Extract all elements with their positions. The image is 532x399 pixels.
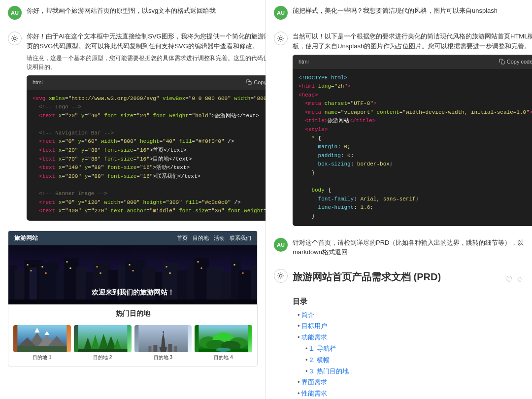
svg-point-78: [279, 37, 282, 39]
svg-rect-42: [201, 267, 202, 269]
user-message-2: AU 能把样式，美化一些吗？我想要简洁现代的风格，图片可以来自unsplash: [266, 0, 532, 26]
svg-rect-67: [168, 344, 172, 352]
prd-like-button[interactable]: ♡: [504, 274, 513, 285]
travel-banner-bg: 欢迎来到我们的旅游网站！: [8, 245, 257, 304]
travel-dest-4[interactable]: 目的地 4: [195, 325, 252, 361]
prd-document: 旅游网站首页产品需求文档 (PRD) ♡ ♢ 目录 简介 目标用户 功能需求 1…: [293, 269, 524, 399]
ai-avatar-1: [8, 32, 22, 45]
dest-label-2: 目的地 2: [74, 354, 132, 361]
travel-dest-grid: 目的地 1: [8, 323, 257, 366]
travel-section-title: 热门目的地: [8, 304, 257, 323]
travel-preview: 旅游网站 首页 目的地 活动 联系我们: [8, 231, 258, 366]
svg-rect-45: [8, 299, 257, 304]
user-avatar-2: AU: [274, 6, 288, 20]
prd-dislike-button[interactable]: ♢: [515, 274, 524, 285]
svg-rect-31: [42, 266, 43, 267]
code-header-1: html Copy code: [27, 75, 266, 90]
toc-item-hotdest[interactable]: 3. 热门目的地: [305, 366, 524, 377]
toc-item-nav[interactable]: 1. 导航栏: [305, 344, 524, 354]
ai-text-2: 当然可以！以下是一个根据您的要求进行美化的简洁现代风格的旅游网站首页HTML模板…: [293, 32, 532, 51]
dest-label-3: 目的地 3: [134, 354, 192, 361]
travel-navbar: 旅游网站 首页 目的地 活动 联系我们: [8, 231, 257, 245]
ai-message-2: 当然可以！以下是一个根据您的要求进行美化的简洁现代风格的旅游网站首页HTML模板…: [266, 26, 532, 232]
prd-title-row: 旅游网站首页产品需求文档 (PRD) ♡ ♢: [293, 269, 524, 291]
svg-rect-9: [39, 263, 59, 304]
toc-item-features[interactable]: 功能需求: [298, 332, 524, 343]
svg-rect-69: [174, 346, 177, 352]
dest-img-2: [74, 325, 132, 352]
svg-rect-40: [169, 272, 171, 274]
svg-text:欢迎来到我们的旅游网站！: 欢迎来到我们的旅游网站！: [91, 288, 174, 296]
svg-rect-30: [31, 270, 32, 271]
travel-dest-2[interactable]: 目的地 2: [74, 325, 132, 361]
svg-rect-61: [78, 349, 127, 352]
user-avatar-3: AU: [274, 238, 288, 252]
code-block-1: html Copy code <svg xmlns="http://www.w3…: [27, 75, 266, 221]
toc-item-ui[interactable]: 界面需求: [298, 377, 524, 388]
svg-rect-14: [94, 263, 111, 304]
ai-message-prd: 旅游网站首页产品需求文档 (PRD) ♡ ♢ 目录 简介 目标用户 功能需求 1…: [266, 263, 532, 399]
travel-dest-1[interactable]: 目的地 1: [13, 325, 71, 361]
user-message-1: AU 你好，帮我画个旅游网站首页的原型图，以svg文本的格式返回给我: [0, 0, 266, 26]
right-panel: AU 能把样式，美化一些吗？我想要简洁现代的风格，图片可以来自unsplash …: [266, 0, 532, 399]
svg-rect-34: [70, 267, 71, 269]
travel-banner: 欢迎来到我们的旅游网站！: [8, 245, 257, 304]
svg-rect-1: [248, 82, 252, 85]
nav-link-dest[interactable]: 目的地: [193, 234, 209, 242]
travel-dest-3[interactable]: 目的地 3: [134, 325, 192, 361]
svg-rect-35: [97, 266, 98, 267]
ai-message-content-2: 当然可以！以下是一个根据您的要求进行美化的简洁现代风格的旅游网站首页HTML模板…: [293, 32, 532, 226]
copy-button-2[interactable]: Copy code: [499, 59, 532, 65]
toc-item-users[interactable]: 目标用户: [298, 321, 524, 332]
code-body-1: <svg xmlns="http://www.w3.org/2000/svg" …: [27, 90, 266, 221]
travel-preview-container: 旅游网站 首页 目的地 活动 联系我们: [0, 227, 266, 374]
copy-button-1[interactable]: Copy code: [246, 79, 266, 85]
svg-point-77: [216, 348, 231, 352]
svg-rect-32: [45, 272, 47, 274]
prd-title: 旅游网站首页产品需求文档 (PRD): [293, 269, 441, 285]
toc-item-intro[interactable]: 简介: [298, 310, 524, 321]
dest-img-1: [13, 325, 71, 352]
svg-rect-65: [163, 331, 164, 333]
ai-text-1: 你好！由于AI在这个文本框中无法直接绘制SVG图形，我将为您提供一个简化的旅游网…: [27, 32, 266, 51]
svg-rect-20: [163, 263, 180, 304]
ai-message-1: 你好！由于AI在这个文本框中无法直接绘制SVG图形，我将为您提供一个简化的旅游网…: [0, 26, 266, 227]
prd-actions: ♡ ♢: [504, 274, 524, 285]
svg-rect-28: [251, 265, 258, 304]
nav-link-contact[interactable]: 联系我们: [230, 234, 251, 242]
left-panel: AU 你好，帮我画个旅游网站首页的原型图，以svg文本的格式返回给我 你好！由于…: [0, 0, 266, 399]
user-message-text-1: 你好，帮我画个旅游网站首页的原型图，以svg文本的格式返回给我: [27, 6, 258, 16]
code-lang-2: html: [299, 58, 309, 66]
svg-rect-66: [153, 345, 157, 352]
nav-link-home[interactable]: 首页: [177, 234, 188, 242]
svg-rect-68: [148, 346, 151, 352]
prd-header-row: 旅游网站首页产品需求文档 (PRD) ♡ ♢ 目录 简介 目标用户 功能需求 1…: [274, 269, 524, 399]
nav-link-activity[interactable]: 活动: [214, 234, 225, 242]
ai-note-1: 请注意，这是一个基本的原型，您可能需要根据您的具体需求进行调整和完善。这里的代码…: [27, 54, 266, 71]
code-header-2: html Copy code: [293, 55, 532, 69]
svg-rect-36: [100, 272, 101, 274]
ai-avatar-2: [274, 32, 288, 45]
svg-rect-43: [234, 264, 235, 266]
svg-rect-8: [30, 267, 37, 304]
svg-rect-33: [66, 261, 68, 263]
user-message-text-3: 针对这个首页，请检到详尽的PRD（比如各种输入出的边界，跳转的细节等），以mar…: [293, 238, 524, 257]
code-lang-1: html: [33, 78, 43, 87]
ai-message-content-1: 你好！由于AI在这个文本框中无法直接绘制SVG图形，我将为您提供一个简化的旅游网…: [27, 32, 266, 221]
svg-rect-41: [198, 261, 199, 263]
svg-rect-24: [207, 267, 224, 304]
ai-avatar-3: [274, 269, 288, 283]
svg-point-80: [279, 274, 282, 277]
user-avatar-1: AU: [8, 6, 22, 20]
svg-rect-44: [242, 272, 244, 274]
toc-item-banner[interactable]: 2. 横幅: [305, 355, 524, 366]
prd-toc-title: 目录: [293, 296, 524, 307]
svg-rect-17: [126, 260, 145, 304]
prd-toc: 简介 目标用户 功能需求 1. 导航栏 2. 横幅 3. 热门目的地 界面需求 …: [298, 310, 524, 399]
svg-rect-79: [501, 61, 504, 65]
travel-brand: 旅游网站: [14, 234, 38, 242]
travel-nav-links: 首页 目的地 活动 联系我们: [177, 234, 251, 242]
dest-img-4: [195, 325, 252, 352]
svg-rect-39: [166, 266, 167, 267]
toc-item-perf[interactable]: 性能需求: [298, 389, 524, 399]
